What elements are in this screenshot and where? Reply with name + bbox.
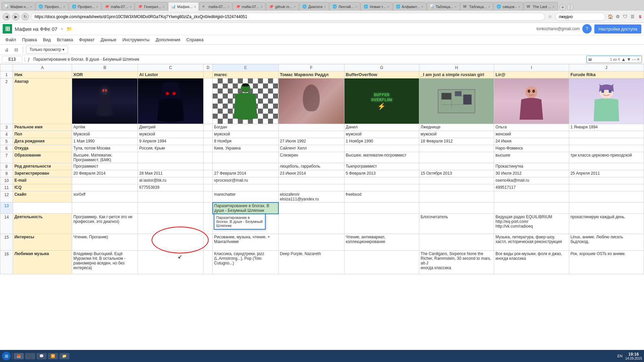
cell-H9[interactable]: 15 Октября 2013 — [419, 170, 494, 177]
cell-F15[interactable] — [278, 234, 344, 251]
col-header-B[interactable]: B — [72, 64, 138, 71]
start-button[interactable]: ⊞ — [2, 352, 11, 360]
filter-btn[interactable]: ⊟ — [12, 46, 20, 54]
search-next-btn[interactable]: ▼ — [627, 57, 631, 62]
cell-reference[interactable] — [2, 56, 22, 63]
cell-G9[interactable]: 5 Февраля 2013 — [344, 170, 419, 177]
cell-F6[interactable]: Сайлент Хилл — [278, 145, 344, 152]
user-avatar[interactable]: T — [582, 24, 592, 34]
col-header-G[interactable]: G — [344, 64, 419, 71]
cell-A13[interactable] — [13, 202, 72, 214]
cell-G14[interactable] — [344, 214, 419, 234]
cell-A4[interactable]: Пол — [13, 131, 72, 138]
cell-D5[interactable] — [204, 138, 213, 145]
cell-G5[interactable]: 1 Ноября 1990 — [344, 138, 419, 145]
row-header-9[interactable]: 9 — [0, 170, 13, 177]
cell-H1[interactable]: _I am just a simple russian girl — [419, 71, 494, 78]
cell-I3[interactable]: Ольга — [494, 124, 569, 131]
cell-G10[interactable] — [344, 177, 419, 184]
cell-F11[interactable] — [278, 184, 344, 191]
cell-I15[interactable]: Музыка, литература, фаер-шоу, хастл, ист… — [494, 234, 569, 251]
cell-F7[interactable]: Слизерин — [278, 152, 344, 163]
cell-G4[interactable]: мужской — [344, 131, 419, 138]
cell-C12[interactable] — [138, 191, 204, 202]
col-header-D[interactable]: D — [204, 64, 213, 71]
view-only-button[interactable]: Только просмотр ▾ — [26, 46, 68, 54]
tab-15[interactable]: W Таблица... × — [460, 2, 493, 11]
cell-D12[interactable] — [204, 191, 213, 202]
cell-H12[interactable] — [419, 191, 494, 202]
cell-I5[interactable]: 24 Июня — [494, 138, 569, 145]
cell-J12[interactable] — [569, 191, 644, 202]
tab-11[interactable]: 🌐 Лентай... × — [329, 2, 360, 11]
cell-C4[interactable]: мужской — [138, 131, 204, 138]
tab-13[interactable]: 🌐 Алфавит... × — [393, 2, 426, 11]
cell-H10[interactable] — [419, 177, 494, 184]
cell-D10[interactable] — [204, 177, 213, 184]
cell-E7[interactable] — [213, 152, 278, 163]
tab-3[interactable]: 🌐 Профил... × — [69, 2, 101, 11]
taskbar-skype[interactable]: 💬 — [37, 353, 47, 359]
cell-F3[interactable] — [278, 124, 344, 131]
row-header-13[interactable]: 13 — [0, 202, 13, 214]
cell-E16[interactable]: Классика, саундтреки, jazz (L.Armstrong.… — [213, 251, 278, 274]
cell-I7[interactable]: высшее — [494, 152, 569, 163]
cell-F8[interactable]: люцеболь, гарриболь — [278, 163, 344, 170]
settings-icon[interactable]: ⚙ — [615, 14, 621, 20]
tab-17[interactable]: W The Last ... × — [524, 2, 557, 11]
cell-A11[interactable]: ICQ — [13, 184, 72, 191]
cell-I10[interactable]: oseno4ka@mail.ru — [494, 177, 569, 184]
cell-J13[interactable] — [569, 202, 644, 214]
cell-I12[interactable] — [494, 191, 569, 202]
row-header-14[interactable]: 14 — [0, 214, 13, 234]
cell-J10[interactable] — [569, 177, 644, 184]
cell-A7[interactable]: Образование — [13, 152, 72, 163]
cell-F2[interactable] — [278, 78, 344, 124]
cell-C16[interactable] — [138, 251, 204, 274]
cell-J15[interactable]: Linux, аниме. Люблю писать бьдлокод. — [569, 234, 644, 251]
menu-help[interactable]: Справка — [184, 36, 206, 44]
cell-D8[interactable] — [204, 163, 213, 170]
tab-1[interactable]: 📊 Мафия н... × — [1, 2, 35, 11]
menu-view[interactable]: Вид — [40, 36, 54, 44]
row-header-5[interactable]: 5 — [0, 138, 13, 145]
cell-F1[interactable]: Томас Марволо Риддл — [278, 71, 344, 78]
cell-F9[interactable]: 23 Июня 2014 — [278, 170, 344, 177]
cell-A14[interactable]: Деятельность — [13, 214, 72, 234]
cell-C1[interactable]: Al Lastor — [138, 71, 204, 78]
cell-F16[interactable]: Deep Purple, Nazareth — [278, 251, 344, 274]
menu-tools[interactable]: Инструменты — [120, 36, 152, 44]
cell-D16[interactable] — [204, 251, 213, 274]
cell-H14[interactable]: Блогочитатель — [419, 214, 494, 234]
cell-D3[interactable] — [204, 124, 213, 131]
cell-H8[interactable] — [419, 163, 494, 170]
cell-A10[interactable]: E-mail — [13, 177, 72, 184]
cell-D13[interactable] — [204, 202, 213, 214]
row-header-7[interactable]: 7 — [0, 152, 13, 163]
cell-E8[interactable] — [213, 163, 278, 170]
cell-A9[interactable]: Зарегистрирован — [13, 170, 72, 177]
cell-G2[interactable]: BUFFER OVERFLOW ⚡ — [344, 78, 419, 124]
cell-I11[interactable]: 499517117 — [494, 184, 569, 191]
cell-J16[interactable]: Рок, хорошие OSTs из аниме. — [569, 251, 644, 274]
row-header-8[interactable]: 8 — [0, 163, 13, 170]
back-btn[interactable]: ◀ — [3, 13, 10, 20]
cell-E15[interactable]: Рисование, музыка, чтение. + Манга/Аниме — [213, 234, 278, 251]
row-header-3[interactable]: 3 — [0, 124, 13, 131]
cell-H5[interactable]: 18 Февраля 1912 — [419, 138, 494, 145]
cell-B10[interactable] — [72, 177, 138, 184]
cell-I8[interactable]: Прокастинутка — [494, 163, 569, 170]
cell-C8[interactable] — [138, 163, 204, 170]
cell-E6[interactable]: Киев, Украина — [213, 145, 278, 152]
cell-B16[interactable]: Владимир Высоцкий. Ещё Мурзилки Int. В о… — [72, 251, 138, 274]
tab-8[interactable]: 🐙 mafia-07... × — [233, 2, 266, 11]
cell-A3[interactable]: Реальное имя — [13, 124, 72, 131]
cell-J3[interactable]: 1 Января 1894 — [569, 124, 644, 131]
home-icon[interactable]: 🏠 — [607, 14, 613, 20]
cell-B12[interactable]: xor0xff — [72, 191, 138, 202]
menu-edit[interactable]: Правка — [19, 36, 40, 44]
cell-B11[interactable] — [72, 184, 138, 191]
cell-G15[interactable]: Чтение, антиквариат, коллекционирование — [344, 234, 419, 251]
cell-D14[interactable] — [204, 214, 213, 234]
cell-C11[interactable]: 677553839 — [138, 184, 204, 191]
